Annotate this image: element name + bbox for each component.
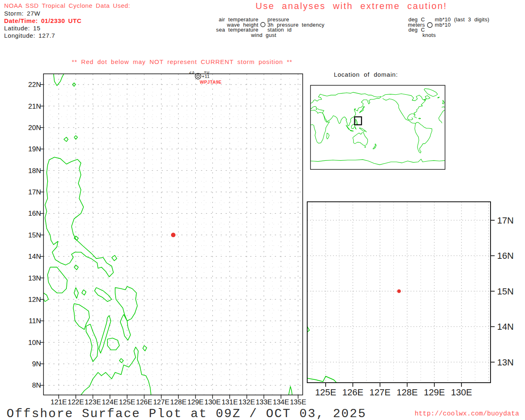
header-source-line: NOAA SSD Tropical Cyclone Data Used: xyxy=(4,2,130,9)
main-y-tick-label: 14N xyxy=(16,253,41,261)
storm-position-dot-zoom xyxy=(397,289,401,293)
caution-banner: Use analyses with extreme caution! xyxy=(256,1,447,11)
zoom-x-tick-label: 127E xyxy=(365,387,394,398)
main-y-tick-label: 16N xyxy=(16,210,41,218)
units-wind-gust: knots xyxy=(422,32,436,38)
main-x-tick-label: 135E xyxy=(284,398,313,406)
plot-title: Offshore Surface Plot at 09Z / OCT 03, 2… xyxy=(7,407,366,420)
zoom-y-tick-label: 13N xyxy=(497,357,514,368)
main-y-tick-label: 21N xyxy=(16,103,41,111)
station-id-label: WPJTA9E xyxy=(200,80,221,84)
zoom-y-tick-label: 14N xyxy=(497,322,514,332)
header-storm: Storm: 27W xyxy=(4,10,40,16)
zoom-x-tick-label: 125E xyxy=(311,387,340,398)
zoom-y-tick-label: 16N xyxy=(497,251,514,261)
inset-title: Location of domain: xyxy=(334,71,398,78)
main-y-tick-label: 17N xyxy=(16,188,41,196)
legend-station-circle-icon xyxy=(261,23,265,27)
zoom-x-tick-label: 128E xyxy=(393,387,422,398)
header-longitude: Longitude: 127.7 xyxy=(4,32,55,39)
station-marker-inner xyxy=(197,75,199,78)
header-datetime: Date/Time: 01/2330 UTC xyxy=(4,18,82,24)
zoom-y-tick-label: 17N xyxy=(497,215,514,226)
source-url: http://coolwx.com/buoydata xyxy=(415,410,519,418)
main-y-tick-label: 15N xyxy=(16,231,41,240)
main-y-tick-label: 12N xyxy=(16,296,41,304)
legend-wind-gust: wind gust xyxy=(251,32,276,38)
zoom-y-tick-label: 15N xyxy=(497,286,514,297)
header-latitude: Latitude: 15 xyxy=(4,25,41,31)
main-y-tick-label: 8N xyxy=(16,381,41,390)
zoom-x-tick-label: 129E xyxy=(420,387,449,398)
main-y-tick-label: 22N xyxy=(16,81,41,89)
storm-position-warning: ** Red dot below may NOT represent CURRE… xyxy=(72,58,292,65)
zoom-x-tick-label: 126E xyxy=(338,387,367,398)
main-y-tick-label: 19N xyxy=(16,145,41,153)
buoy-plot-page: NOAA SSD Tropical Cyclone Data Used: Sto… xyxy=(0,0,525,420)
station-clipped-air-temp: 23 xyxy=(189,71,194,74)
units-pressure-tendency: mb*10 xyxy=(435,22,451,27)
zoom-x-tick-label: 130E xyxy=(447,387,476,398)
main-y-tick-label: 18N xyxy=(16,167,41,175)
units-station-circle-icon xyxy=(427,23,432,27)
main-y-tick-label: 13N xyxy=(16,274,41,283)
main-y-tick-label: 9N xyxy=(16,360,41,368)
legend-station-id: station id xyxy=(267,27,292,32)
storm-position-dot xyxy=(171,233,176,237)
main-y-tick-label: 10N xyxy=(16,339,41,347)
main-y-tick-label: 11N xyxy=(16,317,41,325)
main-y-tick-label: 20N xyxy=(16,124,41,132)
station-pressure-tendency: +11 xyxy=(202,74,210,79)
